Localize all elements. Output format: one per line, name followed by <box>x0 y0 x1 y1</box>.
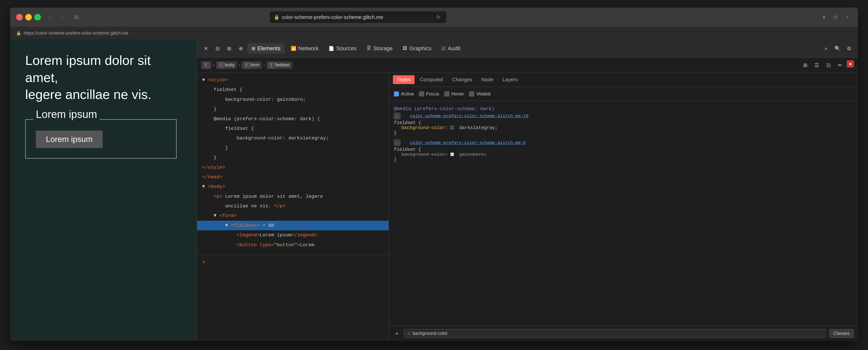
classes-button[interactable]: Classes <box>829 329 854 338</box>
tab-network[interactable]: 📶 Network <box>287 43 323 54</box>
tab-sources[interactable]: 📄 Sources <box>324 43 361 54</box>
storage-tab-icon: 🗄 <box>367 46 371 51</box>
graphics-tab-icon: 🖼 <box>403 46 407 51</box>
breadcrumb-fieldset-label: fieldset <box>275 62 290 68</box>
tab-storage[interactable]: 🗄 Storage <box>363 43 397 54</box>
close-button[interactable] <box>16 14 23 21</box>
devtools-inspect-button[interactable]: ⊕ <box>236 44 246 53</box>
dom-line: </style> <box>197 163 389 172</box>
styles-footer: + ⊙ background-color Classes <box>389 326 858 341</box>
browser-window: ‹ › ⊟ 🔒 color-scheme-prefers-color-schem… <box>10 7 858 341</box>
sidebar-toggle-button[interactable]: ⊟ <box>71 12 81 22</box>
tab-graphics[interactable]: 🖼 Graphics <box>399 43 435 54</box>
sources-tab-label: Sources <box>336 45 356 52</box>
color-swatch-dark[interactable] <box>451 126 454 129</box>
rule-property-2: background-color: gainsboro; <box>394 152 853 157</box>
rule-source-1[interactable]: color-scheme-prefers-color-scheme.glitch… <box>410 114 528 118</box>
grid-overlay-button[interactable]: ⊡ <box>824 60 833 70</box>
reload-button[interactable]: ↻ <box>434 13 442 21</box>
dom-line: background-color: gainsboro; <box>197 95 389 104</box>
filter-input-container: ⊙ background-color <box>404 329 826 338</box>
breadcrumb-body[interactable]: E body <box>216 61 237 69</box>
breadcrumb-tools: ⊞ ☰ ⊡ ✏ ■ <box>800 60 854 70</box>
dom-line: ▼ <form> <box>197 211 389 221</box>
active-checkbox[interactable] <box>394 91 399 96</box>
dom-line: } <box>197 104 389 114</box>
devtools-dock-button[interactable]: ⊞ <box>224 44 234 53</box>
storage-tab-label: Storage <box>373 45 393 52</box>
breadcrumb-sep-3: › <box>264 62 265 68</box>
devtools-close-button[interactable]: ✕ <box>201 44 211 53</box>
rule-close-1: } <box>394 130 853 135</box>
graphics-tab-label: Graphics <box>409 45 432 52</box>
rule-selector-1: fieldset { <box>394 120 853 125</box>
audit-tab-icon: ☑ <box>441 46 445 51</box>
pseudo-hover: Hover <box>444 91 464 97</box>
tab-bar: 🔒 https://color-scheme-prefers-color-sch… <box>10 27 858 39</box>
visited-checkbox[interactable] <box>469 91 474 96</box>
pseudo-active: Active <box>394 91 414 97</box>
filter-value: background-color <box>412 331 447 336</box>
rule-source-2[interactable]: color-scheme-prefers-color-scheme.glitch… <box>410 140 526 145</box>
tab-computed[interactable]: Computed <box>415 75 447 84</box>
css-rule-base: {} color-scheme-prefers-color-scheme.gli… <box>394 139 853 162</box>
tab-layers[interactable]: Layers <box>499 75 522 84</box>
console-bar: > <box>197 255 389 270</box>
audit-tab-label: Audit <box>447 45 460 52</box>
back-button[interactable]: ‹ <box>45 12 54 22</box>
paint-brush-button[interactable]: ✏ <box>835 60 845 70</box>
forward-button[interactable]: › <box>58 12 67 22</box>
breadcrumb-form[interactable]: E form <box>242 61 262 69</box>
tab-node[interactable]: Node <box>477 75 498 84</box>
dom-line: <legend>Lorem ipsum</legend> <box>197 230 389 240</box>
maximize-button[interactable] <box>34 14 41 21</box>
tab-styles[interactable]: Styles <box>393 75 414 84</box>
devtools-search-button[interactable]: 🔍 <box>833 44 842 53</box>
styles-content[interactable]: @media (prefers-color-scheme: dark) {} c… <box>389 101 858 326</box>
minimize-button[interactable] <box>25 14 32 21</box>
address-bar[interactable]: 🔒 color-scheme-prefers-color-scheme.glit… <box>270 11 446 23</box>
console-input[interactable] <box>208 260 383 265</box>
breadcrumb-sep-2: › <box>239 62 240 68</box>
dom-panel[interactable]: ▼ <style> fieldset { background-color: g… <box>197 73 389 341</box>
rule-prop-background-1[interactable]: background-color <box>401 125 445 130</box>
network-tab-label: Network <box>298 45 319 52</box>
breadcrumb-form-label: form <box>250 62 259 68</box>
breadcrumb-e-marker: E <box>201 61 212 69</box>
dom-line: ancillae ne vis. </p> <box>197 201 389 211</box>
fieldset-button[interactable]: Lorem ipsum <box>36 130 103 148</box>
rule-prop-background-2[interactable]: background-color <box>401 152 445 157</box>
dom-line: ▼ <body> <box>197 182 389 192</box>
devtools-settings-button[interactable]: ⚙ <box>844 44 854 53</box>
title-bar: ‹ › ⊟ 🔒 color-scheme-prefers-color-schem… <box>10 7 858 27</box>
hover-checkbox[interactable] <box>444 91 450 96</box>
tab-elements[interactable]: ⊞ Elements <box>248 43 285 54</box>
tab-overview-button[interactable]: ⊡ <box>831 12 840 22</box>
filter-icon: ⊙ <box>407 331 410 336</box>
flex-box-button[interactable]: ☰ <box>812 60 822 70</box>
layout-grid-button[interactable]: ⊞ <box>800 60 810 70</box>
dom-fieldset-line[interactable]: ▼ <fieldset> = $0 <box>197 221 389 230</box>
color-swatch-light[interactable] <box>451 152 454 156</box>
elements-tab-label: Elements <box>257 45 281 52</box>
share-button[interactable]: ⬆ <box>819 12 829 22</box>
tab-audit[interactable]: ☑ Audit <box>437 43 464 54</box>
tab-favicon: 🔒 <box>16 31 21 36</box>
devtools-undock-button[interactable]: ⊟ <box>213 44 222 53</box>
dom-line: fieldset { <box>197 85 389 94</box>
new-tab-button[interactable]: + <box>843 12 852 22</box>
dom-line: <p> Lorem ipsum dolor sit amet, legere <box>197 192 389 201</box>
page-preview: Lorem ipsum dolor sit amet,legere ancill… <box>10 39 197 341</box>
rule-val-dark: darkslategray <box>459 125 495 130</box>
fieldset-element-marker: E <box>269 62 274 68</box>
add-rule-button[interactable]: + <box>393 329 401 338</box>
rule-property-1: background-color: darkslategray; <box>394 125 853 130</box>
tab-changes[interactable]: Changes <box>448 75 476 84</box>
devtools-more-tabs-button[interactable]: » <box>821 44 831 53</box>
element-marker: E <box>204 62 209 68</box>
dom-line: fieldset { <box>197 124 389 133</box>
focus-checkbox[interactable] <box>419 91 424 96</box>
body-element-marker: E <box>218 62 224 68</box>
breadcrumb-fieldset[interactable]: E fieldset <box>267 61 292 69</box>
dom-line: } <box>197 153 389 163</box>
